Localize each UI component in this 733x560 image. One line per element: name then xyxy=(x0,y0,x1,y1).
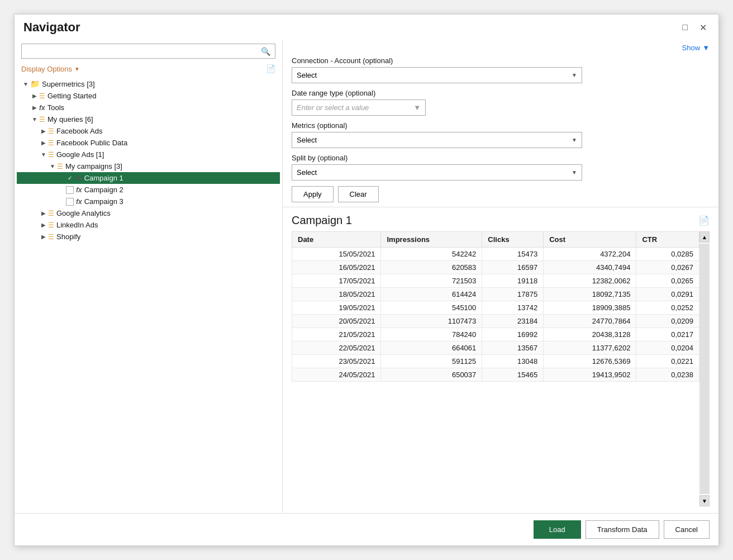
window-title: Navigator xyxy=(23,20,80,35)
tree-item-supermetrics[interactable]: ▼📁Supermetrics [3] xyxy=(17,78,280,90)
tree-item-facebook-public[interactable]: ▶☰Facebook Public Data xyxy=(17,137,280,149)
table-row: 15/05/2021542242154734372,2040,0285 xyxy=(292,248,699,261)
tree-item-my-queries[interactable]: ▼☰My queries [6] xyxy=(17,113,280,125)
table-row: 20/05/202111074732318424770,78640,0209 xyxy=(292,315,699,328)
data-table-scroll[interactable]: DateImpressionsClicksCostCTR 15/05/20215… xyxy=(292,231,699,506)
data-table-wrapper: DateImpressionsClicksCostCTR 15/05/20215… xyxy=(292,231,710,506)
date-range-arrow: ▼ xyxy=(413,103,421,112)
table-cell: 18909,3885 xyxy=(544,301,636,315)
tree-toggle-icon: ▼ xyxy=(21,81,30,87)
function-icon: fx xyxy=(76,174,82,182)
table-cell: 0,0267 xyxy=(636,261,699,274)
tree-item-google-ads[interactable]: ▼☰Google Ads [1] xyxy=(17,149,280,160)
data-table: DateImpressionsClicksCostCTR 15/05/20215… xyxy=(292,231,699,382)
date-range-input[interactable]: Enter or select a value ▼ xyxy=(292,99,426,116)
table-cell: 12382,0062 xyxy=(544,274,636,288)
table-column-header: Cost xyxy=(544,232,636,248)
metrics-dropdown[interactable]: Select ▼ xyxy=(292,132,582,148)
scroll-down-button[interactable]: ▼ xyxy=(699,495,710,506)
table-cell: 721503 xyxy=(381,274,482,288)
tree-item-google-analytics[interactable]: ▶☰Google Analytics xyxy=(17,207,280,219)
table-cell: 16992 xyxy=(482,328,544,341)
show-button[interactable]: Show ▼ xyxy=(682,44,710,52)
function-icon: fx xyxy=(76,186,82,194)
metrics-arrow: ▼ xyxy=(572,137,577,143)
connection-dropdown[interactable]: Select ▼ xyxy=(292,67,582,83)
tree-item-label: My campaigns [3] xyxy=(65,162,122,170)
connection-label: Connection - Account (optional) xyxy=(292,56,710,65)
tree-item-checkbox[interactable] xyxy=(66,186,74,194)
search-icon[interactable]: 🔍 xyxy=(256,45,275,58)
table-cell: 17875 xyxy=(482,288,544,301)
load-button[interactable]: Load xyxy=(534,520,581,539)
split-by-label: Split by (optional) xyxy=(292,154,710,162)
data-export-icon[interactable]: 📄 xyxy=(698,215,710,226)
data-header: Campaign 1 📄 xyxy=(292,214,710,227)
table-cell: 15473 xyxy=(482,248,544,261)
table-cell: 0,0252 xyxy=(636,301,699,315)
table-cell: 0,0291 xyxy=(636,288,699,301)
split-by-dropdown[interactable]: Select ▼ xyxy=(292,164,582,181)
tree-item-label: Supermetrics [3] xyxy=(42,80,95,88)
tree-item-campaign-2[interactable]: fxCampaign 2 xyxy=(17,184,280,196)
table-icon: ☰ xyxy=(48,209,54,217)
tree-item-campaign-3[interactable]: fxCampaign 3 xyxy=(17,196,280,207)
minimize-button[interactable]: □ xyxy=(678,21,692,34)
table-cell: 11377,6202 xyxy=(544,341,636,355)
tree-toggle-icon: ▼ xyxy=(48,163,57,169)
tree-toggle-icon: ▶ xyxy=(30,105,39,111)
metrics-group: Metrics (optional) Select ▼ xyxy=(292,121,710,148)
display-options-chevron[interactable]: ▼ xyxy=(74,66,80,72)
tree-item-checkbox[interactable] xyxy=(66,174,74,182)
split-by-arrow: ▼ xyxy=(572,169,577,175)
display-options-row: Display Options ▼ 📄 xyxy=(15,62,282,78)
table-row: 19/05/20215451001374218909,38850,0252 xyxy=(292,301,699,315)
table-row: 21/05/20217842401699220438,31280,0217 xyxy=(292,328,699,341)
table-cell: 15465 xyxy=(482,368,544,382)
tree-item-tools[interactable]: ▶fxTools xyxy=(17,102,280,113)
tree-item-shopify[interactable]: ▶☰Shopify xyxy=(17,231,280,243)
table-cell: 12676,5369 xyxy=(544,355,636,368)
tree-item-my-campaigns[interactable]: ▼☰My campaigns [3] xyxy=(17,160,280,172)
metrics-label: Metrics (optional) xyxy=(292,121,710,130)
tree-item-getting-started[interactable]: ▶☰Getting Started xyxy=(17,90,280,102)
table-cell: 1107473 xyxy=(381,315,482,328)
tree-toggle-icon: ▶ xyxy=(39,140,48,146)
clear-button[interactable]: Clear xyxy=(338,186,379,202)
table-cell: 0,0285 xyxy=(636,248,699,261)
transform-button[interactable]: Transform Data xyxy=(586,520,659,539)
table-cell: 24770,7864 xyxy=(544,315,636,328)
tree-item-label: Google Ads [1] xyxy=(56,150,104,159)
table-column-header: Date xyxy=(292,232,381,248)
main-content: 🔍 Display Options ▼ 📄 ▼📁Supermetrics [3]… xyxy=(15,39,718,513)
display-options-label[interactable]: Display Options xyxy=(21,65,72,73)
tree-item-campaign-1[interactable]: fxCampaign 1 xyxy=(17,172,280,184)
close-button[interactable]: ✕ xyxy=(696,21,710,34)
export-icon[interactable]: 📄 xyxy=(266,64,275,73)
cancel-button[interactable]: Cancel xyxy=(664,520,710,539)
table-cell: 23184 xyxy=(482,315,544,328)
date-range-label: Date range type (optional) xyxy=(292,89,710,97)
tree-item-checkbox[interactable] xyxy=(66,198,74,206)
tree-item-facebook-ads[interactable]: ▶☰Facebook Ads xyxy=(17,125,280,137)
scroll-up-button[interactable]: ▲ xyxy=(699,231,710,243)
tree-item-linkedin-ads[interactable]: ▶☰LinkedIn Ads xyxy=(17,219,280,231)
table-cell: 15/05/2021 xyxy=(292,248,381,261)
apply-clear-row: Apply Clear xyxy=(292,186,710,202)
table-cell: 19413,9502 xyxy=(544,368,636,382)
tree-toggle-icon: ▶ xyxy=(39,128,48,134)
apply-button[interactable]: Apply xyxy=(292,186,334,202)
table-column-header: Impressions xyxy=(381,232,482,248)
table-cell: 18092,7135 xyxy=(544,288,636,301)
table-cell: 16/05/2021 xyxy=(292,261,381,274)
table-cell: 17/05/2021 xyxy=(292,274,381,288)
left-panel: 🔍 Display Options ▼ 📄 ▼📁Supermetrics [3]… xyxy=(15,39,283,513)
table-column-header: Clicks xyxy=(482,232,544,248)
metrics-value: Select xyxy=(297,136,317,144)
table-cell: 591125 xyxy=(381,355,482,368)
table-icon: ☰ xyxy=(48,150,54,159)
table-cell: 664061 xyxy=(381,341,482,355)
search-input[interactable] xyxy=(22,44,256,58)
tree-item-label: LinkedIn Ads xyxy=(56,221,98,229)
table-row: 17/05/20217215031911812382,00620,0265 xyxy=(292,274,699,288)
